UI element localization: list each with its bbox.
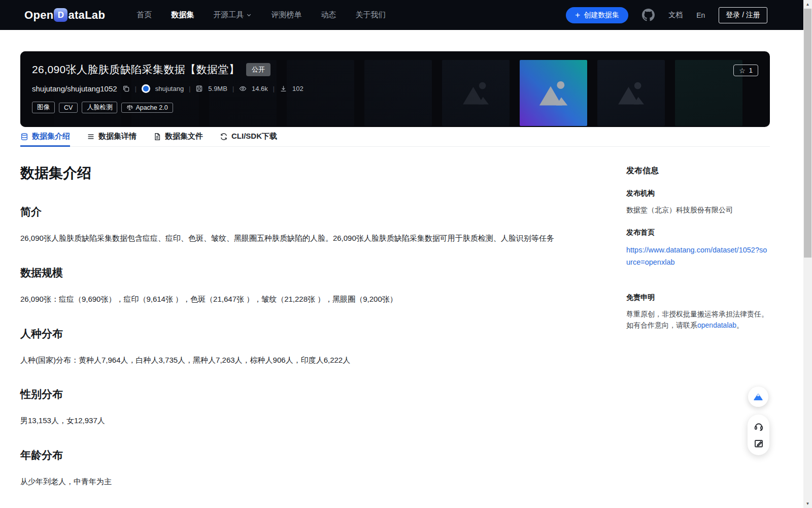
section-heading-gender: 性别分布	[20, 387, 613, 401]
nav-item-opensource-tools[interactable]: 开源工具	[213, 10, 252, 20]
section-heading-intro: 简介	[20, 205, 613, 219]
views-count: 14.6k	[252, 85, 268, 92]
org-label: 发布机构	[626, 189, 770, 198]
tab-label: 数据集介绍	[32, 132, 70, 141]
homepage-label: 发布首页	[626, 228, 770, 237]
meta-divider: |	[273, 85, 275, 92]
nav-item-datasets[interactable]: 数据集	[171, 10, 194, 20]
sync-download-icon	[220, 133, 228, 141]
nav-right-group: + 创建数据集 文档 En 登录 / 注册	[566, 7, 767, 23]
tag-cv[interactable]: CV	[59, 103, 78, 113]
disclaimer-prefix: 如有合作意向，请联系	[626, 321, 697, 329]
disclaimer-suffix: 。	[736, 321, 743, 329]
support-headset-icon[interactable]	[754, 421, 764, 431]
create-dataset-button[interactable]: + 创建数据集	[566, 7, 628, 23]
scrollbar-thumb[interactable]	[804, 9, 811, 258]
dataset-meta-row: shujutang/shujutang1052 | shujutang | 5.…	[32, 84, 303, 93]
tab-dataset-files[interactable]: 数据集文件	[153, 132, 203, 146]
opendatalab-logo[interactable]: Open D ataLab	[24, 8, 105, 22]
page-title: 数据集介绍	[20, 164, 613, 183]
star-count: 1	[749, 67, 753, 74]
license-label: Apache 2.0	[136, 104, 167, 111]
tab-cli-sdk-download[interactable]: CLI/SDK下载	[220, 132, 277, 146]
feedback-edit-icon[interactable]	[754, 438, 764, 449]
nav-item-about[interactable]: 关于我们	[355, 10, 386, 20]
mountain-logo-icon	[752, 391, 764, 403]
tab-label: 数据集文件	[165, 132, 203, 141]
star-button[interactable]: ☆ 1	[733, 65, 758, 76]
sidebar-title: 发布信息	[626, 166, 770, 176]
section-heading-race: 人种分布	[20, 327, 613, 341]
nav-item-label: 开源工具	[213, 10, 244, 20]
disclaimer-label: 免责申明	[626, 293, 770, 302]
language-toggle[interactable]: En	[696, 11, 705, 19]
dataset-size: 5.9MB	[208, 85, 227, 92]
section-text-age: 从少年到老人，中青年为主	[20, 476, 613, 487]
section-text-scale: 26,090张：痘痘（9,690张），痘印（9,614张 ），色斑（21,647…	[20, 294, 613, 305]
create-dataset-label: 创建数据集	[584, 11, 619, 20]
section-text-gender: 男13,153人，女12,937人	[20, 415, 613, 426]
vertical-scrollbar[interactable]: ▲ ▼	[803, 0, 812, 508]
login-register-button[interactable]: 登录 / 注册	[719, 7, 767, 23]
downloads-count: 102	[292, 85, 303, 92]
meta-divider: |	[232, 85, 234, 92]
repo-path: shujutang/shujutang1052	[32, 84, 117, 93]
dataset-title: 26,090张人脸肤质缺陷采集数据【数据堂】	[32, 62, 240, 77]
nav-item-news[interactable]: 动态	[321, 10, 336, 20]
opendatalab-contact-link[interactable]: opendatalab	[697, 321, 736, 329]
feedback-widget	[748, 415, 769, 455]
scrollbar-down-arrow[interactable]: ▼	[803, 499, 812, 508]
scrollbar-up-arrow[interactable]: ▲	[803, 0, 812, 9]
nav-item-home[interactable]: 首页	[137, 10, 152, 20]
disclaimer-text: 尊重原创，非授权批量搬运将承担法律责任。 如有合作意向，请联系opendatal…	[626, 308, 770, 331]
star-icon: ☆	[739, 67, 746, 74]
dataset-hero-banner: 26,090张人脸肤质缺陷采集数据【数据堂】 公开 shujutang/shuj…	[20, 51, 770, 127]
logo-text-open: Open	[24, 9, 53, 22]
meta-divider: |	[135, 85, 137, 92]
github-icon[interactable]	[642, 9, 655, 21]
content-area: 数据集介绍 简介 26,090张人脸肤质缺陷采集数据包含痘痘、痘印、色斑、皱纹、…	[20, 147, 770, 508]
section-text-intro: 26,090张人脸肤质缺陷采集数据包含痘痘、痘印、色斑、皱纹、黑眼圈五种肤质缺陷…	[20, 233, 613, 244]
plus-icon: +	[575, 11, 580, 19]
tag-image[interactable]: 图像	[32, 102, 55, 113]
license-scales-icon	[126, 104, 133, 111]
copy-icon[interactable]	[122, 85, 130, 92]
tag-face-detection[interactable]: 人脸检测	[82, 102, 117, 113]
database-icon	[20, 133, 28, 141]
dataset-intro-main: 数据集介绍 简介 26,090张人脸肤质缺陷采集数据包含痘痘、痘印、色斑、皱纹、…	[20, 147, 613, 508]
tab-label: 数据集详情	[98, 132, 137, 141]
views-eye-icon	[239, 85, 247, 92]
section-heading-scale: 数据规模	[20, 266, 613, 280]
downloads-icon	[280, 85, 287, 92]
top-navbar: Open D ataLab 首页 数据集 开源工具 评测榜单 动态 关于我们 +…	[0, 0, 812, 30]
meta-divider: |	[189, 85, 190, 92]
logo-text-datalab: ataLab	[68, 9, 105, 22]
docs-link[interactable]: 文档	[668, 11, 683, 20]
chevron-down-icon	[246, 12, 252, 18]
visibility-badge: 公开	[246, 63, 270, 76]
publish-info-sidebar: 发布信息 发布机构 数据堂（北京）科技股份有限公司 发布首页 https://w…	[626, 147, 770, 331]
banner-content: 26,090张人脸肤质缺陷采集数据【数据堂】 公开 shujutang/shuj…	[32, 62, 303, 113]
disclaimer-line1: 尊重原创，非授权批量搬运将承担法律责任。	[626, 310, 768, 318]
homepage-link[interactable]: https://www.datatang.com/dataset/1052?so…	[626, 244, 770, 269]
tab-dataset-intro[interactable]: 数据集介绍	[20, 132, 70, 146]
tags-row: 图像 CV 人脸检测 Apache 2.0	[32, 102, 303, 113]
logo-d-icon: D	[54, 8, 67, 22]
file-icon	[153, 133, 161, 141]
owner-avatar[interactable]	[142, 84, 150, 93]
org-value: 数据堂（北京）科技股份有限公司	[626, 205, 770, 215]
nav-menu: 首页 数据集 开源工具 评测榜单 动态 关于我们	[137, 10, 386, 20]
owner-name[interactable]: shujutang	[155, 85, 184, 92]
section-heading-age: 年龄分布	[20, 448, 613, 462]
tab-dataset-details[interactable]: 数据集详情	[87, 132, 137, 146]
list-icon	[87, 133, 95, 141]
dataset-tabbar: 数据集介绍 数据集详情 数据集文件 CLI/SDK下载	[20, 132, 770, 147]
nav-item-leaderboard[interactable]: 评测榜单	[271, 10, 301, 20]
tab-label: CLI/SDK下载	[231, 132, 277, 141]
storage-icon	[195, 85, 203, 92]
assistant-fab-button[interactable]	[748, 387, 768, 407]
section-text-race: 人种(国家)分布：黄种人7,964人，白种人3,735人，黑种人7,263人，棕…	[20, 355, 613, 366]
license-chip[interactable]: Apache 2.0	[121, 103, 173, 113]
